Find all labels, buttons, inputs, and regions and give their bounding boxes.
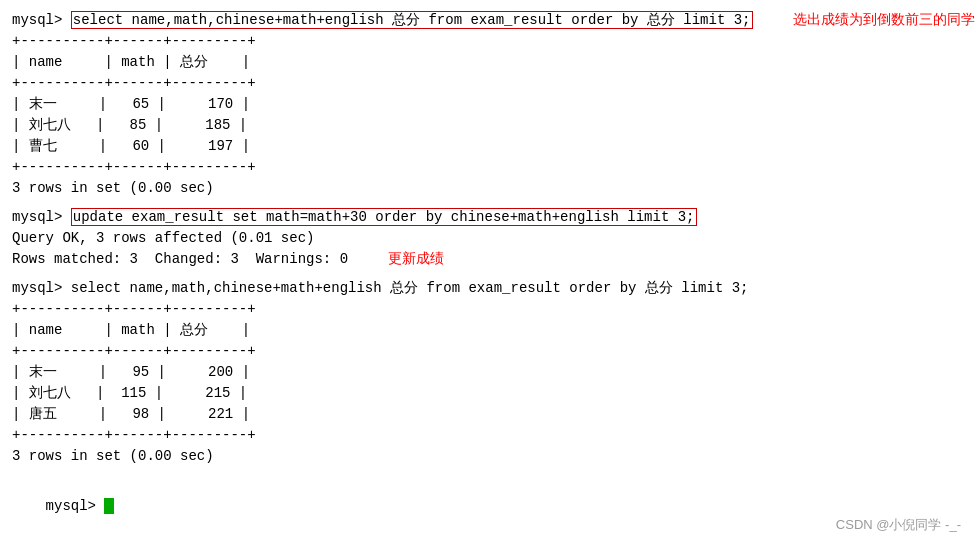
table-sep-mid3: +----------+------+---------+ <box>12 341 967 362</box>
table-row3-1: | 末一 | 95 | 200 | <box>12 362 967 383</box>
block2-comment: 更新成绩 <box>388 251 444 267</box>
table-sep-top1: +----------+------+---------+ <box>12 31 967 52</box>
block1-comment: 选出成绩为到倒数前三的同学 <box>793 12 975 28</box>
table-row1-2: | 刘七八 | 85 | 185 | <box>12 115 967 136</box>
result-info1: 3 rows in set (0.00 sec) <box>12 178 967 199</box>
block1-section: mysql> select name,math,chinese+math+eng… <box>12 10 967 199</box>
table-sep-top3: +----------+------+---------+ <box>12 299 967 320</box>
terminal-cursor <box>104 498 114 514</box>
final-prompt-line: mysql> <box>12 475 967 538</box>
final-prompt: mysql> <box>46 498 105 514</box>
block3-section: mysql> select name,math,chinese+math+eng… <box>12 278 967 467</box>
table-row3-3: | 唐五 | 98 | 221 | <box>12 404 967 425</box>
table-row1-1: | 末一 | 65 | 170 | <box>12 94 967 115</box>
result-info3: 3 rows in set (0.00 sec) <box>12 446 967 467</box>
block3-sql: select name,math,chinese+math+english 总分… <box>71 280 749 296</box>
terminal-window: mysql> select name,math,chinese+math+eng… <box>0 0 979 539</box>
prompt3: mysql> <box>12 280 71 296</box>
table-sep-bot3: +----------+------+---------+ <box>12 425 967 446</box>
block1-command-line: mysql> select name,math,chinese+math+eng… <box>12 10 967 31</box>
block1-sql: select name,math,chinese+math+english 总分… <box>71 11 753 29</box>
table-sep-bot1: +----------+------+---------+ <box>12 157 967 178</box>
table-header1: | name | math | 总分 | <box>12 52 967 73</box>
table-header3: | name | math | 总分 | <box>12 320 967 341</box>
table-row1-3: | 曹七 | 60 | 197 | <box>12 136 967 157</box>
table-row3-2: | 刘七八 | 115 | 215 | <box>12 383 967 404</box>
prompt1: mysql> <box>12 12 71 28</box>
block2-query-ok: Query OK, 3 rows affected (0.01 sec) <box>12 228 967 249</box>
block2-rows-matched: Rows matched: 3 Changed: 3 Warnings: 0更新… <box>12 249 967 270</box>
watermark: CSDN @小倪同学 -_- <box>836 516 961 534</box>
block3-command-line: mysql> select name,math,chinese+math+eng… <box>12 278 967 299</box>
prompt2: mysql> <box>12 209 71 225</box>
block2-command-line: mysql> update exam_result set math=math+… <box>12 207 967 228</box>
block2-section: mysql> update exam_result set math=math+… <box>12 207 967 270</box>
table-sep-mid1: +----------+------+---------+ <box>12 73 967 94</box>
block2-sql: update exam_result set math=math+30 orde… <box>71 208 697 226</box>
